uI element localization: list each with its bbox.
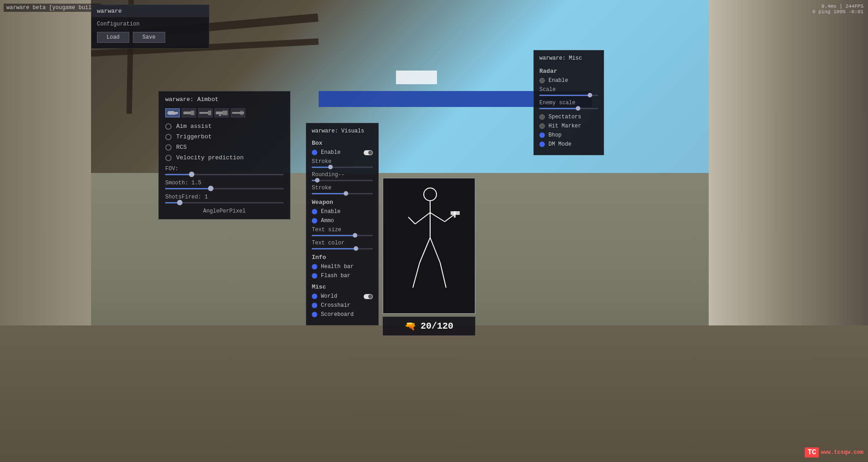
config-title-bar: warware xyxy=(91,5,209,17)
radar-enable-row[interactable]: Enable xyxy=(539,77,598,84)
velocity-prediction-row[interactable]: Velocity prediction xyxy=(165,154,284,161)
config-title: warware xyxy=(97,8,122,15)
world-row[interactable]: World xyxy=(312,293,373,300)
box-enable-row[interactable]: Enable xyxy=(312,149,373,156)
velocity-label: Velocity prediction xyxy=(176,154,244,161)
dm-mode-row[interactable]: DM Mode xyxy=(539,141,598,147)
weapon-tab-assault[interactable] xyxy=(214,108,229,117)
hit-marker-dot[interactable] xyxy=(539,123,545,129)
ammo-count: 20/120 xyxy=(421,321,453,331)
svg-rect-8 xyxy=(232,112,244,114)
smooth-section: Smooth: 1.5 xyxy=(165,180,284,189)
smooth-label: Smooth: 1.5 xyxy=(165,180,284,186)
shots-label: ShotsFired: 1 xyxy=(165,194,284,200)
scoreboard-dot[interactable] xyxy=(312,312,317,317)
aimbot-panel: warware: Aimbot xyxy=(158,91,290,219)
weapon-ammo-dot[interactable] xyxy=(312,218,317,223)
triggerbot-radio[interactable] xyxy=(165,134,172,140)
radar-scale-slider[interactable] xyxy=(539,95,598,96)
rcs-radio[interactable] xyxy=(165,144,172,151)
box-enable-dot[interactable] xyxy=(312,150,317,155)
bhop-label: Bhop xyxy=(548,132,562,138)
svg-rect-6 xyxy=(223,111,228,115)
svg-rect-7 xyxy=(219,114,221,116)
shots-slider[interactable] xyxy=(165,202,284,203)
text-color-label: Text color xyxy=(312,240,373,246)
weapon-tab-pistol[interactable] xyxy=(165,108,180,117)
rounding-slider[interactable] xyxy=(312,180,373,181)
health-bar-label: Health bar xyxy=(321,264,354,270)
bhop-dot[interactable] xyxy=(539,132,545,138)
save-button[interactable]: Save xyxy=(133,32,165,43)
enemy-scale-slider[interactable] xyxy=(539,108,598,109)
svg-line-14 xyxy=(408,217,415,224)
aim-assist-row[interactable]: Aim assist xyxy=(165,123,284,130)
smooth-slider[interactable] xyxy=(165,188,284,189)
radar-scale-label: Scale xyxy=(539,86,598,93)
svg-line-21 xyxy=(430,238,440,263)
fov-slider[interactable] xyxy=(165,174,284,175)
crosshair-label: Crosshair xyxy=(321,302,350,309)
rounding-label: Rounding-- xyxy=(312,172,373,178)
fov-label: FOV: xyxy=(165,166,284,172)
aim-assist-label: Aim assist xyxy=(176,123,212,130)
svg-line-22 xyxy=(440,263,446,288)
health-bar-dot[interactable] xyxy=(312,264,317,269)
svg-rect-4 xyxy=(208,111,211,115)
bhop-row[interactable]: Bhop xyxy=(539,132,598,138)
world-dot[interactable] xyxy=(312,294,317,299)
enemy-scale-label: Enemy scale xyxy=(539,100,598,106)
text-size-slider[interactable] xyxy=(312,235,373,236)
triggerbot-row[interactable]: Triggerbot xyxy=(165,133,284,140)
svg-rect-18 xyxy=(454,211,456,218)
stroke-bottom-slider[interactable] xyxy=(312,193,373,194)
info-section-header: Info xyxy=(312,254,373,261)
svg-line-15 xyxy=(430,213,445,222)
box-enable-toggle[interactable] xyxy=(364,150,373,155)
svg-rect-2 xyxy=(191,111,194,115)
world-toggle[interactable] xyxy=(364,294,373,299)
stroke-slider[interactable] xyxy=(312,167,373,168)
fov-section: FOV: xyxy=(165,166,284,175)
weapon-enable-dot[interactable] xyxy=(312,209,317,214)
weapon-tab-rifle[interactable] xyxy=(198,108,213,117)
radar-enable-dot[interactable] xyxy=(539,78,545,83)
dm-mode-dot[interactable] xyxy=(539,142,545,147)
config-buttons: Load Save xyxy=(97,32,203,43)
scoreboard-row[interactable]: Scoreboard xyxy=(312,311,373,318)
hit-marker-row[interactable]: Hit Marker xyxy=(539,123,598,129)
weapon-ammo-display: 🔫 20/120 xyxy=(382,316,476,336)
svg-point-10 xyxy=(424,188,437,201)
velocity-radio[interactable] xyxy=(165,155,172,161)
weapon-enable-row[interactable]: Enable xyxy=(312,208,373,215)
rcs-row[interactable]: RCS xyxy=(165,144,284,151)
aimbot-title: warware: Aimbot xyxy=(165,96,284,105)
watermark-tc: TC xyxy=(805,447,819,457)
spectators-dot[interactable] xyxy=(539,114,545,120)
visuals-panel: warware: Visuals Box Enable Stroke Round… xyxy=(306,123,379,325)
hud-center-rect xyxy=(396,71,437,84)
radar-enable-label: Enable xyxy=(548,77,568,84)
flash-bar-row[interactable]: Flash bar xyxy=(312,273,373,279)
spectators-row[interactable]: Spectators xyxy=(539,114,598,120)
health-bar-row[interactable]: Health bar xyxy=(312,264,373,270)
weapon-ammo-row[interactable]: Ammo xyxy=(312,218,373,224)
hud-title: warware beta [yougame build] xyxy=(4,4,101,12)
world-label: World xyxy=(321,293,337,300)
crosshair-row[interactable]: Crosshair xyxy=(312,302,373,309)
stroke-bottom-label: Stroke xyxy=(312,185,373,191)
visuals-title: warware: Visuals xyxy=(312,128,373,136)
weapon-tab-smg[interactable] xyxy=(182,108,196,117)
misc-panel: warware: Misc Radar Enable Scale Enemy s… xyxy=(533,50,604,155)
aim-assist-radio[interactable] xyxy=(165,123,172,130)
crosshair-dot[interactable] xyxy=(312,303,317,308)
load-button[interactable]: Load xyxy=(97,32,129,43)
weapon-tab-sniper[interactable] xyxy=(231,108,245,117)
shots-section: ShotsFired: 1 xyxy=(165,194,284,203)
flash-bar-dot[interactable] xyxy=(312,273,317,279)
stroke-label: Stroke xyxy=(312,158,373,165)
angle-per-pixel-label: AnglePerPixel xyxy=(165,208,284,214)
text-color-slider[interactable] xyxy=(312,248,373,249)
hud-stats: 9.4ms | 244FPS 0 ping 100% -0:01 xyxy=(812,4,863,15)
misc-title: warware: Misc xyxy=(539,55,598,63)
